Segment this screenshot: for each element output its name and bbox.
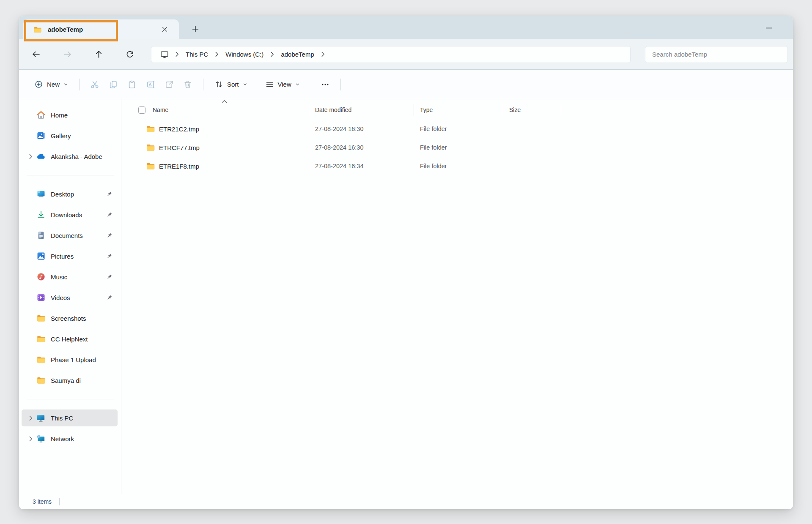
sidebar-item-home[interactable]: Home [22, 106, 118, 123]
view-list-icon [265, 80, 274, 89]
status-divider [59, 498, 60, 505]
chevron-down-icon [63, 82, 68, 87]
desktop-icon [36, 189, 46, 199]
arrow-up-icon [94, 50, 103, 59]
column-header-row: Name Date modified Type Size [127, 100, 793, 120]
file-date: 27-08-2024 16:30 [309, 144, 414, 151]
address-bar[interactable]: This PC Windows (C:) adobeTemp [151, 46, 631, 63]
more-options-button[interactable] [316, 75, 335, 94]
column-header-name[interactable]: Name [145, 100, 309, 120]
gallery-icon [36, 131, 46, 140]
status-bar: 3 items [19, 494, 793, 509]
column-header-size[interactable]: Size [503, 100, 561, 120]
tab-label: adobeTemp [48, 26, 83, 33]
command-toolbar: New [19, 70, 793, 99]
file-date: 27-08-2024 16:34 [309, 163, 414, 169]
folder-icon [146, 143, 155, 152]
file-list-pane: Name Date modified Type Size [121, 99, 793, 494]
file-type: File folder [414, 144, 503, 151]
new-tab-button[interactable] [188, 22, 203, 36]
back-button[interactable] [27, 46, 44, 63]
copy-button[interactable] [104, 75, 123, 94]
chevron-right-icon[interactable] [25, 415, 36, 421]
paste-button[interactable] [123, 75, 141, 94]
folder-icon [36, 334, 46, 344]
arrow-left-icon [32, 50, 41, 59]
tab-adobetemp[interactable]: adobeTemp [23, 19, 179, 39]
trash-icon [183, 80, 192, 89]
view-button-label: View [278, 81, 291, 88]
file-row-etrcf77[interactable]: ETRCF77.tmp 27-08-2024 16:30 File folder [127, 138, 793, 157]
sidebar-item-network[interactable]: Network [22, 430, 118, 447]
sidebar-item-videos[interactable]: Videos [22, 289, 118, 306]
breadcrumb-windows-c[interactable]: Windows (C:) [223, 49, 266, 60]
sidebar-item-desktop[interactable]: Desktop [22, 186, 118, 202]
toolbar-divider [340, 79, 341, 90]
scissors-icon [90, 80, 99, 89]
breadcrumb-chevron-icon [266, 52, 278, 57]
toolbar-divider [203, 79, 203, 90]
close-tab-button[interactable] [159, 25, 170, 35]
close-icon [162, 27, 167, 32]
rename-button[interactable] [141, 75, 160, 94]
sidebar-item-downloads[interactable]: Downloads [22, 206, 118, 223]
sidebar-divider [27, 399, 114, 399]
delete-button[interactable] [178, 75, 197, 94]
home-icon [36, 110, 46, 120]
new-button[interactable]: New [29, 75, 73, 94]
documents-icon [36, 231, 46, 240]
refresh-icon [126, 50, 134, 59]
sidebar-item-pictures[interactable]: Pictures [22, 248, 118, 265]
file-row-etr21c2[interactable]: ETR21C2.tmp 27-08-2024 16:30 File folder [127, 120, 793, 138]
sidebar-item-saumya-di[interactable]: Saumya di [22, 372, 118, 389]
sidebar-item-documents[interactable]: Documents [22, 227, 118, 244]
file-type: File folder [414, 126, 503, 132]
sidebar-item-phase-1-upload[interactable]: Phase 1 Upload [22, 351, 118, 368]
videos-icon [36, 293, 46, 302]
sidebar-item-screenshots[interactable]: Screenshots [22, 310, 118, 327]
breadcrumb-chevron-icon [317, 52, 329, 57]
file-row-etre1f8[interactable]: ETRE1F8.tmp 27-08-2024 16:34 File folder [127, 157, 793, 175]
search-input[interactable] [645, 46, 788, 63]
arrow-right-icon [63, 50, 72, 59]
file-name: ETRCF77.tmp [159, 144, 200, 151]
share-button[interactable] [160, 75, 178, 94]
sidebar-item-onedrive[interactable]: Akanksha - Adobe [22, 148, 118, 165]
chevron-right-icon[interactable] [25, 436, 36, 442]
chevron-right-icon[interactable] [25, 154, 36, 159]
folder-icon [33, 25, 42, 34]
sidebar-item-cc-helpnext[interactable]: CC HelpNext [22, 330, 118, 347]
sidebar-item-this-pc[interactable]: This PC [22, 409, 118, 426]
file-type: File folder [414, 163, 503, 169]
refresh-button[interactable] [121, 46, 138, 63]
toolbar-divider [79, 79, 80, 90]
pin-icon [106, 232, 112, 239]
this-pc-monitor-icon [157, 50, 171, 59]
column-header-type[interactable]: Type [414, 100, 503, 120]
paste-icon [127, 80, 137, 89]
forward-button[interactable] [59, 46, 76, 63]
breadcrumb-chevron-icon [171, 52, 183, 57]
breadcrumb-adobetemp[interactable]: adobeTemp [278, 49, 316, 60]
select-all-cell [127, 100, 145, 120]
pictures-icon [36, 251, 46, 261]
sidebar-item-gallery[interactable]: Gallery [22, 127, 118, 144]
folder-icon [36, 376, 46, 385]
sidebar-item-music[interactable]: Music [22, 268, 118, 285]
up-button[interactable] [90, 46, 107, 63]
minimize-icon [766, 27, 772, 29]
file-explorer-window: adobeTemp [19, 16, 793, 509]
pin-icon [106, 274, 112, 280]
sort-button[interactable]: Sort [209, 75, 252, 94]
cut-button[interactable] [85, 75, 104, 94]
onedrive-cloud-icon [36, 152, 46, 161]
column-header-date-modified[interactable]: Date modified [309, 100, 414, 120]
select-all-checkbox[interactable] [138, 106, 145, 114]
downloads-icon [36, 210, 46, 219]
breadcrumb-this-pc[interactable]: This PC [183, 49, 211, 60]
view-button[interactable]: View [260, 75, 305, 94]
items-count: 3 items [33, 498, 52, 505]
rename-icon [146, 80, 155, 89]
title-bar: adobeTemp [19, 16, 793, 39]
minimize-button[interactable] [759, 21, 779, 35]
